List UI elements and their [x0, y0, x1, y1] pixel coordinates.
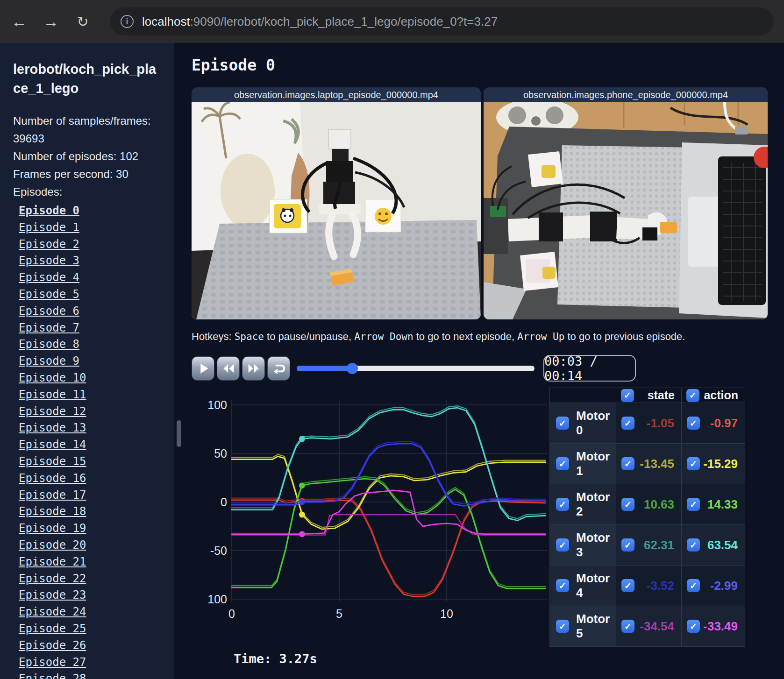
episode-link[interactable]: Episode 3 — [19, 253, 174, 269]
episode-link[interactable]: Episode 10 — [19, 370, 174, 387]
motor-row: Motor 5-34.54-33.49 — [550, 606, 745, 647]
episode-link[interactable]: Episode 2 — [19, 236, 174, 253]
current-time-marker — [299, 531, 305, 537]
seek-slider-thumb[interactable] — [347, 363, 358, 374]
episode-link[interactable]: Episode 21 — [19, 554, 174, 571]
episode-link[interactable]: Episode 25 — [19, 621, 174, 637]
phone-camera-video[interactable] — [484, 102, 768, 319]
episode-link[interactable]: Episode 15 — [19, 453, 174, 470]
state-header-label: state — [648, 389, 675, 402]
motor-checkbox[interactable] — [556, 457, 569, 470]
fast-forward-button[interactable] — [242, 356, 265, 381]
episode-link[interactable]: Episode 27 — [19, 654, 174, 671]
action-value: -0.97 — [710, 416, 738, 431]
episode-link[interactable]: Episode 7 — [19, 320, 174, 337]
play-button[interactable] — [192, 356, 214, 381]
state-cell: 62.31 — [616, 525, 682, 566]
episode-link[interactable]: Episode 1 — [19, 219, 174, 236]
episode-link[interactable]: Episode 12 — [19, 403, 174, 420]
episode-link[interactable]: Episode 19 — [19, 520, 174, 537]
motor-checkbox[interactable] — [556, 538, 569, 552]
episode-link[interactable]: Episode 9 — [19, 353, 174, 370]
laptop-camera-scene — [192, 102, 481, 319]
motor-checkbox[interactable] — [556, 417, 569, 430]
motor-checkbox[interactable] — [556, 579, 569, 592]
motor-table: state action Motor 0-1.05-0.97Motor 1-13… — [549, 388, 745, 647]
hotkey-key: Space — [235, 331, 264, 342]
y-tick-label: 0 — [221, 495, 227, 509]
action-cell: 14.33 — [682, 484, 745, 525]
motor-chart[interactable]: 100500-50-1000510 — [208, 388, 549, 623]
seek-slider[interactable] — [297, 366, 535, 371]
loop-icon — [271, 361, 287, 376]
action-checkbox[interactable] — [687, 620, 700, 633]
episode-link[interactable]: Episode 24 — [19, 604, 174, 621]
action-value: 63.54 — [707, 538, 738, 552]
episode-link[interactable]: Episode 6 — [19, 303, 174, 320]
x-tick-label: 10 — [440, 607, 453, 620]
action-checkbox[interactable] — [687, 457, 700, 470]
action-value: 14.33 — [707, 497, 738, 512]
state-checkbox[interactable] — [621, 620, 634, 633]
state-checkbox[interactable] — [621, 498, 634, 511]
state-all-checkbox[interactable] — [621, 389, 634, 402]
episode-link[interactable]: Episode 16 — [19, 470, 174, 487]
episode-link[interactable]: Episode 8 — [19, 336, 174, 353]
motor-table-header: state action — [550, 388, 745, 403]
x-tick-label: 0 — [228, 607, 235, 620]
scrollbar-thumb[interactable] — [177, 420, 181, 447]
motor-row: Motor 362.3163.54 — [550, 525, 745, 566]
url-bar[interactable]: i localhost:9090/lerobot/koch_pick_place… — [110, 7, 774, 35]
loop-button[interactable] — [267, 356, 290, 381]
motor-checkbox[interactable] — [556, 620, 569, 633]
hotkey-key: Arrow Up — [517, 331, 564, 342]
action-checkbox[interactable] — [687, 579, 700, 592]
state-checkbox[interactable] — [621, 579, 634, 592]
episode-link[interactable]: Episode 14 — [19, 437, 174, 453]
url-text[interactable]: localhost:9090/lerobot/koch_pick_place_1… — [142, 14, 498, 29]
action-checkbox[interactable] — [687, 538, 700, 552]
action-cell: 63.54 — [682, 525, 745, 566]
laptop-camera-video[interactable] — [192, 102, 481, 319]
back-icon[interactable]: ← — [8, 13, 30, 31]
episode-link[interactable]: Episode 17 — [19, 487, 174, 504]
main-content: Episode 0 observation.images.laptop_epis… — [174, 43, 784, 679]
stat-samples: Number of samples/frames: 39693 — [13, 112, 153, 148]
episode-link[interactable]: Episode 20 — [19, 537, 174, 554]
site-info-icon[interactable]: i — [121, 15, 134, 28]
action-cell: -2.99 — [682, 566, 745, 606]
state-checkbox[interactable] — [621, 538, 634, 552]
state-checkbox[interactable] — [621, 417, 634, 430]
action-all-checkbox[interactable] — [686, 389, 699, 402]
video-panel-phone: observation.images.phone_episode_000000.… — [484, 87, 768, 319]
reload-icon[interactable]: ↻ — [72, 14, 93, 30]
episode-link[interactable]: Episode 0 — [19, 203, 174, 219]
motor-cell: Motor 1 — [550, 444, 616, 484]
rewind-icon — [220, 361, 237, 376]
episode-link[interactable]: Episode 22 — [19, 571, 174, 587]
episode-link[interactable]: Episode 5 — [19, 286, 174, 303]
episode-link[interactable]: Episode 13 — [19, 420, 174, 437]
chart-time-label: Time: 3.27s — [234, 651, 549, 666]
action-checkbox[interactable] — [687, 417, 700, 430]
episode-link[interactable]: Episode 4 — [19, 269, 174, 286]
header-empty-cell — [550, 388, 616, 403]
action-cell: -0.97 — [682, 403, 745, 444]
rewind-button[interactable] — [217, 356, 240, 381]
state-checkbox[interactable] — [621, 457, 634, 470]
episode-link[interactable]: Episode 23 — [19, 587, 174, 604]
action-checkbox[interactable] — [687, 498, 700, 511]
episode-link[interactable]: Episode 26 — [19, 637, 174, 654]
motor-checkbox[interactable] — [556, 498, 569, 511]
episode-link[interactable]: Episode 28 — [19, 671, 174, 679]
video-panel-laptop: observation.images.laptop_episode_000000… — [192, 87, 481, 319]
current-time-marker — [299, 512, 305, 518]
episode-link[interactable]: Episode 11 — [19, 387, 174, 403]
state-value: -1.05 — [647, 416, 674, 431]
player-controls: 00:03 / 00:14 — [192, 355, 784, 382]
forward-icon[interactable]: → — [40, 13, 62, 31]
action-value: -15.29 — [703, 457, 738, 471]
dataset-title: lerobot/koch_pick_place_1_lego — [13, 60, 158, 98]
video-title-laptop: observation.images.laptop_episode_000000… — [192, 87, 481, 102]
episode-link[interactable]: Episode 18 — [19, 503, 174, 520]
